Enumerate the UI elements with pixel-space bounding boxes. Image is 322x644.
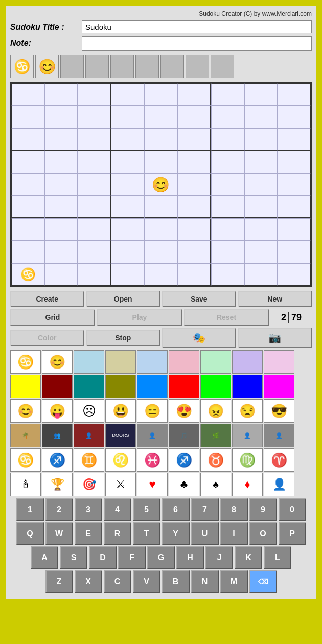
key-t[interactable]: T xyxy=(133,522,160,545)
sudoku-cell[interactable] xyxy=(278,128,311,151)
key-l[interactable]: L xyxy=(264,546,291,569)
zodiac-gemini[interactable]: ♊ xyxy=(74,448,104,472)
palette-magenta[interactable] xyxy=(264,375,294,398)
sudoku-cell[interactable] xyxy=(178,83,211,106)
sudoku-cell[interactable] xyxy=(11,151,44,173)
key-d[interactable]: D xyxy=(89,546,117,569)
zodiac-sagittarius-2[interactable]: ♐ xyxy=(169,448,199,472)
sudoku-cell[interactable] xyxy=(44,218,78,241)
palette-light-5[interactable] xyxy=(200,350,231,374)
title-input[interactable] xyxy=(82,20,312,33)
face-4[interactable]: 😃 xyxy=(105,399,136,423)
key-i[interactable]: I xyxy=(220,522,248,545)
photo-7[interactable]: 🌿 xyxy=(200,424,231,447)
reset-button[interactable]: Reset xyxy=(184,309,269,326)
color-button[interactable]: Color xyxy=(10,330,84,346)
symbol-target[interactable]: 🎯 xyxy=(74,473,104,496)
sudoku-cell[interactable] xyxy=(111,151,144,173)
sudoku-cell[interactable] xyxy=(111,263,144,286)
sudoku-cell[interactable] xyxy=(278,196,311,218)
palette-light-2[interactable] xyxy=(105,350,136,374)
sudoku-cell[interactable] xyxy=(178,151,211,173)
mask-button[interactable]: 🎭 xyxy=(162,328,236,348)
sudoku-cell[interactable] xyxy=(111,83,144,106)
sudoku-cell[interactable] xyxy=(144,151,177,173)
sudoku-cell[interactable] xyxy=(178,106,211,128)
face-9[interactable]: 😎 xyxy=(264,399,294,423)
zodiac-pisces[interactable]: ♓ xyxy=(137,448,168,472)
sudoku-cell[interactable] xyxy=(178,218,211,241)
sudoku-cell[interactable] xyxy=(244,218,278,241)
new-button[interactable]: New xyxy=(238,291,312,307)
icon-slot-6[interactable] xyxy=(135,55,159,78)
key-k[interactable]: K xyxy=(235,546,262,569)
icon-slot-3[interactable] xyxy=(60,55,84,78)
face-2[interactable]: 😛 xyxy=(42,399,73,423)
zodiac-leo[interactable]: ♌ xyxy=(105,448,136,472)
smiley-icon-btn[interactable]: 😊 xyxy=(35,55,59,78)
sudoku-cell[interactable] xyxy=(244,151,278,173)
key-m[interactable]: M xyxy=(220,570,248,593)
key-b[interactable]: B xyxy=(162,570,190,593)
symbol-diamond[interactable]: ♦ xyxy=(232,473,263,496)
palette-darkred[interactable] xyxy=(42,375,73,398)
zodiac-sagittarius[interactable]: ♐ xyxy=(42,448,73,472)
face-1[interactable]: 😊 xyxy=(10,399,41,423)
symbol-heart[interactable]: ♥ xyxy=(137,473,168,496)
symbol-chalice[interactable]: 🏆 xyxy=(42,473,73,496)
sudoku-cell[interactable] xyxy=(144,241,177,263)
sudoku-cell[interactable] xyxy=(78,83,111,106)
sudoku-cell[interactable] xyxy=(78,106,111,128)
sudoku-cell[interactable] xyxy=(211,106,244,128)
key-h[interactable]: H xyxy=(176,546,204,569)
sudoku-cell[interactable] xyxy=(178,173,211,196)
palette-green[interactable] xyxy=(200,375,231,398)
sudoku-cell[interactable] xyxy=(144,263,177,286)
key-5[interactable]: 5 xyxy=(133,498,160,521)
palette-darkblue[interactable] xyxy=(232,375,263,398)
key-4[interactable]: 4 xyxy=(104,498,131,521)
save-button[interactable]: Save xyxy=(162,291,236,307)
sudoku-cell[interactable] xyxy=(211,151,244,173)
key-z[interactable]: Z xyxy=(45,570,73,593)
symbol-candle[interactable]: 🕯 xyxy=(10,473,41,496)
sudoku-cell[interactable] xyxy=(211,83,244,106)
sudoku-cell[interactable] xyxy=(244,173,278,196)
sudoku-cell[interactable] xyxy=(244,106,278,128)
sudoku-cell[interactable] xyxy=(11,218,44,241)
note-input[interactable] xyxy=(82,36,312,51)
key-9[interactable]: 9 xyxy=(249,498,277,521)
key-n[interactable]: N xyxy=(191,570,219,593)
sudoku-cell[interactable] xyxy=(144,106,177,128)
zodiac-taurus[interactable]: ♉ xyxy=(200,448,231,472)
sudoku-cell[interactable] xyxy=(44,263,78,286)
symbol-spade[interactable]: ♠ xyxy=(200,473,231,496)
key-j[interactable]: J xyxy=(205,546,233,569)
sudoku-cell[interactable] xyxy=(211,241,244,263)
sudoku-cell[interactable] xyxy=(111,106,144,128)
sudoku-cell[interactable] xyxy=(78,241,111,263)
sudoku-cell[interactable] xyxy=(278,151,311,173)
sudoku-cell[interactable] xyxy=(144,218,177,241)
palette-blue[interactable] xyxy=(137,375,168,398)
photo-9[interactable]: 👤 xyxy=(264,424,294,447)
sudoku-cell[interactable] xyxy=(111,241,144,263)
sudoku-cell[interactable] xyxy=(244,196,278,218)
sudoku-cell[interactable] xyxy=(44,196,78,218)
photo-5[interactable]: 👤 xyxy=(137,424,168,447)
sudoku-cell[interactable] xyxy=(44,128,78,151)
sudoku-cell[interactable] xyxy=(111,218,144,241)
key-v[interactable]: V xyxy=(133,570,160,593)
sudoku-cell[interactable]: ♋ xyxy=(11,263,44,286)
sudoku-cell[interactable] xyxy=(244,263,278,286)
face-3[interactable]: ☹ xyxy=(74,399,104,423)
sudoku-cell[interactable] xyxy=(44,241,78,263)
icon-slot-5[interactable] xyxy=(110,55,134,78)
sudoku-cell[interactable] xyxy=(78,173,111,196)
sudoku-cell[interactable] xyxy=(178,241,211,263)
sudoku-cell[interactable] xyxy=(278,106,311,128)
key-f[interactable]: F xyxy=(118,546,146,569)
sudoku-cell[interactable] xyxy=(278,83,311,106)
camera-button[interactable]: 📷 xyxy=(238,328,312,348)
key-w[interactable]: W xyxy=(45,522,73,545)
